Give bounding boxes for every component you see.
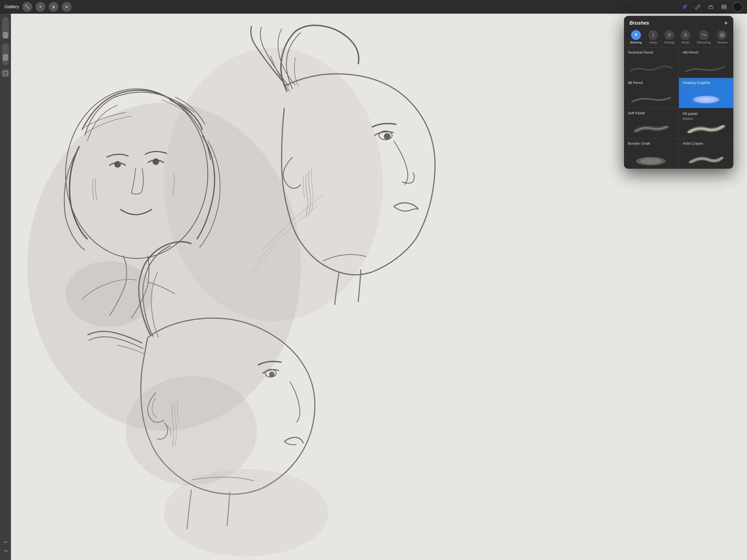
color-square-button[interactable] (2, 70, 9, 77)
size-slider-thumb (3, 54, 8, 61)
smudge-button[interactable]: S (49, 2, 58, 12)
sketch-illustration (0, 14, 374, 280)
size-slider[interactable] (2, 43, 9, 65)
canvas-area[interactable] (0, 14, 374, 280)
wrench-icon: 🔧 (25, 4, 30, 9)
smudge-icon: S (52, 5, 55, 9)
transform-icon: ➤ (65, 4, 68, 9)
toolbar-left: Gallery 🔧 ✦ S ➤ (4, 2, 72, 12)
toolbar: Gallery 🔧 ✦ S ➤ (0, 0, 374, 14)
magic-button[interactable]: ✦ (35, 2, 45, 12)
left-sidebar: ↩ ↪ (0, 14, 11, 280)
wrench-button[interactable]: 🔧 (22, 2, 32, 12)
gallery-button[interactable]: Gallery (4, 4, 19, 9)
transform-button[interactable]: ➤ (62, 2, 72, 12)
opacity-slider[interactable] (2, 17, 9, 39)
svg-point-9 (114, 161, 121, 168)
magic-wand-icon: ✦ (38, 4, 42, 9)
opacity-slider-thumb (3, 32, 8, 39)
svg-point-10 (153, 158, 159, 165)
svg-rect-18 (4, 71, 7, 75)
